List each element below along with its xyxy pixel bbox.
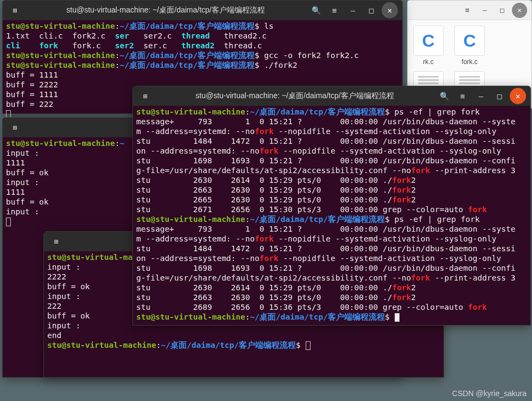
file-item[interactable]: C fork.c	[454, 26, 485, 66]
new-tab-icon[interactable]: ⊞	[137, 88, 154, 104]
output: 1111	[6, 188, 25, 196]
maximize-button[interactable]: □	[495, 3, 510, 18]
output: buff = 222	[6, 100, 53, 109]
search-icon[interactable]: 🔍	[436, 88, 452, 104]
output: buff = ok	[47, 282, 90, 291]
maximize-button[interactable]: □	[363, 2, 379, 18]
file-item[interactable]: C rk.c	[413, 26, 444, 66]
close-button[interactable]: ✕	[510, 88, 526, 104]
output: buff = 1111	[6, 90, 58, 99]
watermark: CSDN @kyrie_sakura	[452, 389, 527, 398]
output: buff = 1111	[6, 71, 58, 79]
minimize-button[interactable]: –	[477, 3, 492, 18]
cursor-icon	[306, 341, 311, 350]
new-tab-icon[interactable]: ⊞	[7, 2, 23, 18]
c-file-icon: C	[413, 26, 444, 56]
terminal-window-4-active[interactable]: ⊞ stu@stu-virtual-machine: ~/桌面/daima/tc…	[132, 86, 531, 326]
new-tab-icon[interactable]: ⊞	[48, 233, 65, 250]
prompt-user: stu@stu-virtual-machine	[136, 107, 245, 116]
c-file-icon: C	[454, 26, 485, 56]
new-tab-icon[interactable]: ⊞	[7, 119, 23, 136]
titlebar: ⊞ stu@stu-virtual-machine: ~/桌面/daima/tc…	[3, 1, 402, 20]
output: end	[47, 331, 61, 340]
output: input :	[47, 292, 80, 301]
output: 2222	[47, 272, 66, 281]
output: buff = ok	[6, 198, 49, 206]
command: gcc -o fork2 fork2.c	[264, 51, 359, 60]
file-manager-titlebar: ≡ – □ ✕	[408, 1, 531, 20]
output: input :	[6, 149, 39, 157]
hamburger-icon[interactable]: ≡	[454, 88, 471, 104]
terminal-content[interactable]: stu@stu-virtual-machine:~/桌面/daima/tcp/客…	[133, 106, 530, 323]
window-title: stu@stu-virtual-machine: ~/桌面/daima/tcp/…	[26, 5, 306, 15]
maximize-button[interactable]: □	[491, 88, 508, 104]
output: input :	[6, 178, 39, 187]
file-grid: C rk.c C fork.c	[408, 20, 531, 71]
output: 1111	[6, 158, 25, 167]
minimize-button[interactable]: –	[345, 2, 361, 18]
close-button[interactable]: ✕	[512, 3, 527, 18]
prompt-user: stu@stu-virtual-machine	[6, 22, 115, 30]
search-icon[interactable]: 🔍	[308, 2, 324, 18]
minimize-button[interactable]: –	[473, 88, 489, 104]
window-title: stu@stu-virtual-machine: ~/桌面/daima/tcp/…	[156, 91, 434, 101]
prompt-user: stu@stu-virtual-machine	[6, 139, 115, 148]
command: ps -ef | grep fork	[395, 215, 480, 224]
hamburger-icon[interactable]: ≡	[460, 3, 475, 18]
close-button[interactable]: ✕	[382, 2, 398, 18]
output: 222	[47, 302, 61, 310]
output: buff = ok	[47, 311, 90, 320]
command: ./fork2	[264, 61, 297, 69]
cursor-icon	[6, 218, 11, 226]
prompt-path: ~/桌面/daima/tcp/客户端编程流程	[120, 22, 255, 30]
output: buff = ok	[6, 168, 49, 177]
hamburger-icon[interactable]: ≡	[326, 2, 343, 18]
output: 1.txt cli.c fork2.c	[6, 31, 115, 40]
output: input :	[6, 207, 39, 216]
file-label: fork.c	[461, 58, 477, 66]
output: message+ 793 1 0 15:21 ? 00:00:00 /usr/b…	[136, 117, 515, 126]
file-label: rk.c	[423, 58, 433, 66]
output: buff = 2222	[6, 80, 58, 89]
command: ps -ef | grep fork	[395, 107, 480, 116]
prompt-path: ~/桌面/daima/tcp/客户端编程流程	[250, 107, 385, 116]
titlebar: ⊞ stu@stu-virtual-machine: ~/桌面/daima/tc…	[133, 86, 530, 106]
cursor-icon	[395, 313, 400, 322]
output: input :	[47, 321, 80, 330]
output: input :	[47, 263, 80, 271]
command: ls	[264, 22, 274, 30]
